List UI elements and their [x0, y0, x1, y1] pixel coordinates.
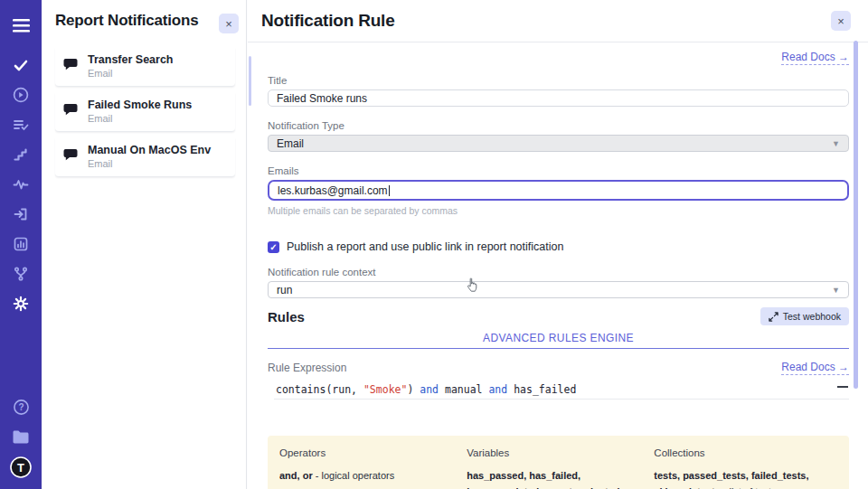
- publish-checkbox-label: Publish a report and use public link in …: [287, 240, 563, 253]
- modal-close-button[interactable]: ×: [831, 11, 851, 31]
- chat-bubble-icon: [62, 57, 79, 76]
- chevron-down-icon: ▼: [832, 139, 840, 148]
- publish-checkbox-row[interactable]: ✓ Publish a report and use public link i…: [268, 240, 849, 253]
- help-column-title: Operators: [279, 447, 452, 458]
- list-scrollbar[interactable]: [249, 56, 251, 106]
- chevron-down-icon: ▼: [832, 286, 840, 295]
- rules-tab-bar: ADVANCED RULES ENGINE: [268, 327, 849, 349]
- folder-icon[interactable]: [0, 422, 42, 452]
- test-webhook-label: Test webhook: [783, 311, 841, 322]
- menu-icon[interactable]: [0, 11, 42, 41]
- notification-type-value: Email: [277, 137, 304, 150]
- pulse-icon[interactable]: [0, 169, 42, 199]
- emails-label: Emails: [268, 165, 849, 176]
- title-input-value: Failed Smoke runs: [277, 92, 367, 105]
- list-item-type: Email: [88, 68, 174, 79]
- emails-input-value: les.kurbas@gmail.com: [278, 184, 388, 197]
- list-item[interactable]: Failed Smoke RunsEmail: [55, 93, 235, 132]
- bar-chart-icon[interactable]: [0, 229, 42, 259]
- read-docs-link-rules[interactable]: Read Docs →: [781, 362, 849, 375]
- list-item[interactable]: Manual On MacOS EnvEmail: [55, 138, 235, 177]
- play-circle-icon[interactable]: [0, 80, 42, 109]
- help-row: tests, passed_tests, failed_tests, skipp…: [654, 467, 837, 489]
- help-columns: Operatorsand, or - logical operators<, >…: [268, 436, 849, 489]
- gear-icon[interactable]: [0, 288, 42, 318]
- list-item-title: Manual On MacOS Env: [88, 144, 211, 156]
- tab-advanced-rules-engine[interactable]: ADVANCED RULES ENGINE: [483, 332, 634, 344]
- notification-type-select[interactable]: Email ▼: [268, 135, 849, 152]
- help-column: Variableshas_passed, has_failed, has_com…: [467, 447, 639, 489]
- rules-heading: Rules: [268, 309, 305, 324]
- test-webhook-button[interactable]: Test webhook: [760, 307, 849, 325]
- context-label: Notification rule context: [268, 267, 849, 277]
- help-row: has_passed, has_failed, has_completed, w…: [467, 467, 639, 489]
- report-notifications-panel: Report Notifications × Transfer SearchEm…: [42, 0, 247, 489]
- list-item-title: Transfer Search: [88, 53, 174, 66]
- stairs-icon[interactable]: [0, 139, 42, 169]
- text-caret: [389, 185, 390, 196]
- publish-checkbox[interactable]: ✓: [268, 241, 279, 253]
- context-value: run: [277, 284, 292, 296]
- rule-expression-label: Rule Expression: [268, 362, 346, 374]
- help-column: Collectionstests, passed_tests, failed_t…: [654, 447, 837, 489]
- editor-fold-marker: [837, 386, 848, 388]
- context-select[interactable]: run ▼: [268, 281, 849, 298]
- help-column-title: Variables: [467, 447, 639, 458]
- help-row: and, or - logical operators: [279, 467, 452, 484]
- main-scrollbar[interactable]: [854, 41, 858, 389]
- svg-text:T: T: [17, 461, 24, 475]
- list-check-icon[interactable]: [0, 109, 42, 139]
- icon-sidebar: ? T: [0, 0, 42, 489]
- help-column-title: Collections: [654, 447, 837, 458]
- list-item-type: Email: [88, 113, 192, 124]
- list-item-type: Email: [88, 158, 211, 169]
- panel-close-button[interactable]: ×: [219, 14, 239, 33]
- svg-text:?: ?: [18, 402, 24, 412]
- emails-input[interactable]: les.kurbas@gmail.com: [268, 180, 849, 201]
- list-item-title: Failed Smoke Runs: [88, 99, 192, 111]
- branch-icon[interactable]: [0, 259, 42, 288]
- panel-title: Report Notifications: [55, 12, 198, 30]
- chat-bubble-icon: [62, 102, 79, 121]
- title-input[interactable]: Failed Smoke runs: [268, 89, 849, 107]
- check-icon[interactable]: [0, 50, 42, 80]
- help-icon[interactable]: ?: [0, 392, 42, 422]
- emails-hint: Multiple emails can be separated by comm…: [268, 205, 849, 216]
- notification-type-label: Notification Type: [268, 120, 849, 131]
- list-item[interactable]: Transfer SearchEmail: [55, 48, 235, 87]
- help-column: Operatorsand, or - logical operators<, >…: [279, 447, 452, 489]
- notification-rule-panel: Notification Rule × Read Docs → Title Fa…: [248, 0, 868, 489]
- logo-t[interactable]: T: [0, 452, 42, 482]
- chat-bubble-icon: [62, 147, 79, 166]
- code-line: contains(run, "Smoke") and manual and ha…: [274, 381, 849, 400]
- rule-expression-editor[interactable]: contains(run, "Smoke") and manual and ha…: [268, 381, 849, 436]
- enter-icon[interactable]: [0, 199, 42, 229]
- title-label: Title: [268, 75, 849, 86]
- notification-list: Transfer SearchEmailFailed Smoke RunsEma…: [55, 48, 235, 177]
- read-docs-link[interactable]: Read Docs →: [781, 52, 849, 65]
- page-title: Notification Rule: [261, 11, 395, 31]
- webhook-arrows-icon: [769, 312, 778, 322]
